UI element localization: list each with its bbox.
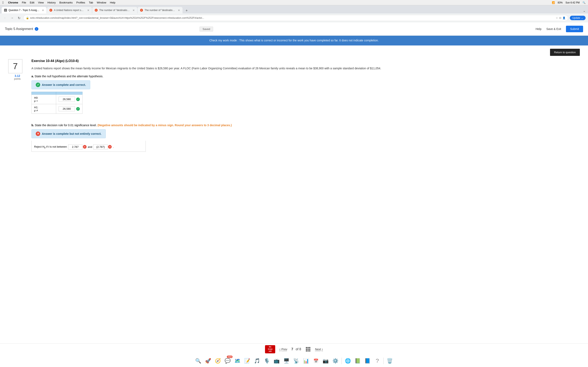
grid-icon[interactable] <box>305 346 311 352</box>
dock-keynote[interactable]: 🖥️ <box>282 356 291 365</box>
window-menu[interactable]: Window <box>97 1 106 4</box>
table-row-h0: H0: μ = ✓ <box>32 94 82 104</box>
part-b: b. State the decision rule for 0.01 sign… <box>31 124 580 152</box>
tab-1[interactable]: Q Question 7 - Topic 5 Assignme... ✕ <box>2 7 47 13</box>
info-icon[interactable]: i <box>35 27 38 31</box>
dock-tv[interactable]: 📺 <box>272 356 281 365</box>
dock-facetime[interactable]: 📷 <box>321 356 330 365</box>
dock-notes[interactable]: 📝 <box>243 356 252 365</box>
edit-menu[interactable]: Edit <box>30 1 34 4</box>
dock-calendar[interactable]: 📅 <box>311 356 320 365</box>
dock-safari[interactable]: 🧭 <box>213 356 222 365</box>
dock-separator <box>342 358 342 364</box>
tab-2-close[interactable]: ✕ <box>87 9 89 12</box>
dock-help[interactable]: ? <box>373 356 382 365</box>
tab-4[interactable]: C The number of "destination w... ✕ <box>138 7 182 13</box>
new-tab-button[interactable]: + <box>184 8 190 13</box>
save-exit-link[interactable]: Save & Exit <box>546 27 561 31</box>
grid-dots <box>306 347 310 351</box>
question-number-box: 7 <box>8 59 22 73</box>
dock-word[interactable]: 📘 <box>363 356 372 365</box>
h1-input[interactable] <box>59 106 75 111</box>
h0-input-group: ✓ <box>59 97 80 102</box>
topic-assignment-title: Topic 5 Assignment <box>5 27 33 31</box>
tab-overflow-button[interactable]: ⌄ <box>582 8 586 13</box>
table-header-col2 <box>56 92 82 94</box>
help-menu[interactable]: Help <box>110 1 115 4</box>
app-header: Topic 5 Assignment i Saved Help Save & E… <box>0 22 588 36</box>
header-actions: Help Save & Exit Submit <box>536 26 583 32</box>
bookmark-icon[interactable]: ☆ <box>556 17 558 19</box>
back-button[interactable]: ← <box>2 15 8 21</box>
dock-trash[interactable]: 🗑️ <box>385 356 394 365</box>
reject-text: Reject H0 if t is not between <box>34 145 67 149</box>
prev-button[interactable]: ‹ Prev <box>279 347 287 351</box>
refresh-button[interactable]: ↻ <box>16 15 22 21</box>
messages-badge: 1810 <box>227 356 233 358</box>
next-button[interactable]: Next › <box>315 347 323 351</box>
reject-row-container: Reject H0 if t is not between ✕ and ✕ <box>31 141 146 152</box>
tab-1-label: Question 7 - Topic 5 Assignme... <box>9 9 39 12</box>
forward-button[interactable]: → <box>9 15 15 21</box>
reject-value2-input[interactable] <box>93 144 108 150</box>
part-b-text: State the decision rule for 0.01 signifi… <box>35 124 97 127</box>
value1-wrapper: ✕ <box>68 144 86 150</box>
dock-launchpad[interactable]: 🚀 <box>204 356 213 365</box>
profiles-menu[interactable]: Profiles <box>76 1 85 4</box>
dock-podcasts[interactable]: 🎙️ <box>262 356 271 365</box>
h1-value-cell: ✓ <box>56 104 82 114</box>
dock-messages[interactable]: 💬 1810 <box>223 356 232 365</box>
mh-logo: McGrawHill <box>265 345 275 353</box>
grid-dot-1 <box>306 347 307 348</box>
tab-3-close[interactable]: ✕ <box>132 9 135 12</box>
tab-3[interactable]: C The number of "destination w... ✕ <box>92 7 137 13</box>
profile-icon[interactable]: 👤 <box>562 17 566 19</box>
reject-value1-input[interactable] <box>68 144 82 150</box>
tab-4-close[interactable]: ✕ <box>178 9 180 12</box>
period: . <box>113 145 114 149</box>
part-a-answer-status: ✓ Answer is complete and correct. <box>31 80 90 89</box>
part-b-answer-status: ✕ Answer is complete but not entirely co… <box>31 129 106 138</box>
view-menu[interactable]: View <box>38 1 44 4</box>
apple-menu[interactable]:  <box>2 1 4 4</box>
submit-button[interactable]: Submit <box>566 26 583 32</box>
h0-input[interactable] <box>59 97 75 102</box>
pagination-footer: McGrawHill ‹ Prev 7 of 8 Next › <box>0 343 588 355</box>
tab-menu[interactable]: Tab <box>89 1 93 4</box>
search-icon[interactable]: 🔍 <box>582 1 586 4</box>
grid-dot-4 <box>306 349 307 350</box>
reject-sub: 0 <box>44 146 45 149</box>
cast-icon[interactable]: ⊡ <box>559 17 561 19</box>
table-row-h1: H1: μ ≠ ✓ <box>32 104 82 114</box>
dock-chrome[interactable]: 🌐 <box>343 356 352 365</box>
total-pages: of 8 <box>296 347 301 351</box>
dock-numbers[interactable]: 📊 <box>302 356 311 365</box>
menubar:  Chrome File Edit View History Bookmark… <box>0 0 588 5</box>
app-name[interactable]: Chrome <box>8 1 18 4</box>
dock-maps[interactable]: 🗺️ <box>233 356 242 365</box>
h0-value-cell: ✓ <box>56 94 82 104</box>
part-a-text: State the null hypothesis and the altern… <box>35 75 103 78</box>
dock-music[interactable]: 🎵 <box>252 356 261 365</box>
return-to-question-button[interactable]: Return to question <box>550 49 580 56</box>
update-button[interactable]: Update ⌄ <box>570 16 586 20</box>
content-area: Topic 5 Assignment i Saved Help Save & E… <box>0 22 588 367</box>
clock: Sun 6:42 PM <box>566 1 580 4</box>
current-page-number: 7 <box>291 347 293 351</box>
grid-dot-3 <box>309 347 310 348</box>
dock-sysprefs[interactable]: ⚙️ <box>331 356 340 365</box>
dock-finder[interactable]: 🔍 <box>194 356 203 365</box>
help-link[interactable]: Help <box>536 27 541 31</box>
dock-news[interactable]: 📡 <box>292 356 301 365</box>
mh-logo-text: McGrawHill <box>268 346 273 352</box>
tab-1-close[interactable]: ✕ <box>42 9 44 12</box>
address-bar[interactable]: 🔒 ezto.mheducation.com/ext/map/index.htm… <box>23 15 568 21</box>
part-a: a. State the null hypothesis and the alt… <box>31 75 580 114</box>
history-menu[interactable]: History <box>47 1 56 4</box>
tab-2[interactable]: C A United Nations report shows... ✕ <box>47 7 92 13</box>
dock-excel[interactable]: 📗 <box>353 356 362 365</box>
bookmarks-menu[interactable]: Bookmarks <box>60 1 73 4</box>
file-menu[interactable]: File <box>22 1 26 4</box>
url-text[interactable]: ezto.mheducation.com/ext/map/index.html?… <box>30 17 204 19</box>
exercise-title: Exercise 10-44 (Algo) (LO10-6) <box>31 59 580 63</box>
